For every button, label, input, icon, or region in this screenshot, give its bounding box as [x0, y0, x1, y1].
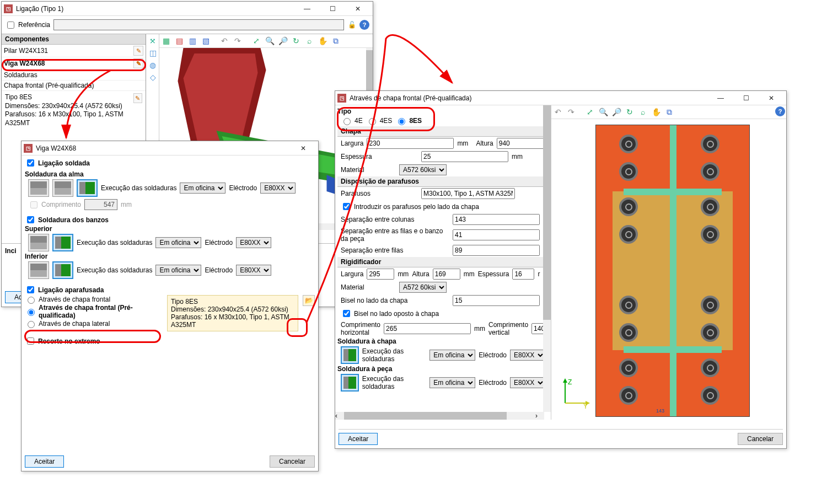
plate-2d-view[interactable]: {"rows":[28,78,142,192,320,370,434,484],… — [551, 119, 786, 417]
electrode-select-inf[interactable]: E80XX — [236, 265, 271, 276]
parafusos-input[interactable] — [421, 188, 515, 199]
wire-icon[interactable]: ◇ — [147, 72, 158, 83]
comprimento-checkbox[interactable]: Comprimento — [28, 200, 81, 210]
recorte-checkbox[interactable]: Recorte no extremo — [25, 336, 315, 346]
introduzir-checkbox[interactable]: Introduzir os parafusos pelo lado da cha… — [337, 200, 549, 213]
weld-option-3[interactable] — [77, 179, 98, 197]
cube-icon[interactable]: ◫ — [147, 47, 158, 58]
weld-sup-2[interactable] — [52, 234, 73, 251]
radio-4es[interactable]: 4ES — [366, 116, 393, 125]
radio-chapa-prequalif[interactable]: Através de chapa frontal (Pré-qualificad… — [25, 304, 163, 319]
component-pilar[interactable]: Pilar W24X131 ✎ — [2, 45, 146, 57]
zoom-out-icon[interactable]: 🔎 — [277, 35, 288, 46]
window-icon[interactable]: ⧉ — [664, 106, 675, 117]
elec-peca-select[interactable]: E80XX — [510, 377, 545, 388]
component-chapa[interactable]: Chapa frontal (Pré-qualificada) — [2, 81, 146, 91]
weld-inf-2[interactable] — [52, 261, 73, 279]
redo-icon[interactable]: ↷ — [232, 35, 243, 46]
weld-inf-1[interactable] — [28, 261, 49, 279]
sep-filas-input[interactable] — [453, 245, 540, 256]
radio-chapa-frontal[interactable]: Através de chapa frontal — [25, 295, 163, 304]
weld-option-2[interactable] — [52, 179, 73, 197]
pan-icon[interactable]: ✋ — [651, 106, 662, 117]
zoom-out-icon[interactable]: 🔎 — [611, 106, 622, 117]
pan-icon[interactable]: ✋ — [317, 35, 328, 46]
undo-icon[interactable]: ↶ — [219, 35, 230, 46]
elec-chapa-select[interactable]: E80XX — [510, 350, 545, 361]
orbit-icon[interactable]: ↻ — [291, 35, 302, 46]
exec-peca-select[interactable]: Em oficina — [429, 377, 475, 388]
undo-icon[interactable]: ↶ — [552, 106, 563, 117]
edit-icon[interactable]: ✎ — [133, 58, 143, 68]
exec-select-sup[interactable]: Em oficina — [155, 237, 201, 248]
maximize-button[interactable]: ☐ — [733, 91, 759, 105]
zoom-in-icon[interactable]: 🔍 — [598, 106, 609, 117]
help-icon[interactable]: ? — [359, 20, 369, 30]
tool-icon-1[interactable]: ▦ — [160, 35, 171, 46]
v-scrollbar[interactable] — [543, 105, 551, 412]
zoom-fit-icon[interactable]: ⤢ — [251, 35, 262, 46]
r-largura-input[interactable] — [367, 269, 394, 280]
r-esp-input[interactable] — [512, 269, 534, 280]
tool-icon-3[interactable]: ▥ — [187, 35, 198, 46]
maximize-button[interactable]: ☐ — [320, 2, 345, 16]
close-button[interactable]: ✕ — [759, 91, 784, 105]
redo-icon[interactable]: ↷ — [566, 106, 577, 117]
accept-button[interactable]: Aceitar — [25, 455, 64, 468]
zoom-region-icon[interactable]: ⌕ — [637, 106, 648, 117]
r-material-select[interactable]: A572 60ksi — [399, 282, 447, 293]
inferior-label: Inferior — [25, 253, 315, 260]
electrode-select[interactable]: E80XX — [260, 183, 296, 194]
radio-4e[interactable]: 4E — [341, 116, 363, 125]
r-altura-input[interactable] — [433, 269, 460, 280]
bolt — [701, 386, 719, 405]
radio-chapa-lateral[interactable]: Através de chapa lateral — [25, 319, 163, 328]
minimize-button[interactable]: — — [294, 2, 320, 16]
tool-icon-2[interactable]: ▤ — [174, 35, 185, 46]
open-prequalif-button[interactable]: 📂 — [303, 295, 315, 306]
orbit-icon[interactable]: ↻ — [624, 106, 635, 117]
cancel-button[interactable]: Cancelar — [270, 455, 315, 468]
electrode-select-sup[interactable]: E80XX — [236, 237, 271, 248]
zoom-fit-icon[interactable]: ⤢ — [584, 106, 595, 117]
weld-sup-1[interactable] — [28, 234, 49, 251]
zoom-in-icon[interactable]: 🔍 — [264, 35, 275, 46]
referencia-checkbox[interactable]: Referência — [5, 20, 50, 30]
sep-col-input[interactable] — [453, 214, 540, 225]
close-button[interactable]: ✕ — [345, 2, 370, 16]
accept-button[interactable]: Aceitar — [339, 433, 378, 445]
axis-indicator: Z Y — [557, 378, 590, 412]
referencia-input — [53, 19, 344, 30]
weld-option-1[interactable] — [28, 179, 49, 197]
bisel-oposto-checkbox[interactable]: Bisel no lado oposto à chapa — [337, 307, 549, 320]
material-select[interactable]: A572 60ksi — [399, 164, 447, 175]
shade-icon[interactable]: ◍ — [147, 60, 158, 71]
weld-peca-thumb[interactable] — [341, 374, 359, 392]
sep-fil-banzo-input[interactable] — [453, 229, 540, 240]
exec-select-inf[interactable]: Em oficina — [155, 265, 201, 276]
edit-icon[interactable]: ✎ — [133, 93, 142, 103]
exec-select[interactable]: Em oficina — [180, 183, 225, 194]
help-icon[interactable]: ? — [775, 106, 785, 116]
soldadura-banzos-checkbox[interactable]: Soldadura dos banzos — [25, 215, 315, 225]
minimize-button[interactable]: — — [708, 91, 733, 105]
ligacao-aparafusada-checkbox[interactable]: Ligação aparafusada — [25, 285, 315, 295]
h-scrollbar[interactable]: ‹› — [335, 412, 544, 420]
zoom-region-icon[interactable]: ⌕ — [304, 35, 315, 46]
close-button[interactable]: ✕ — [291, 141, 316, 156]
ligacao-soldada-checkbox[interactable]: Ligação soldada — [25, 158, 315, 168]
axes-icon[interactable]: ⤧ — [147, 35, 158, 46]
bisel-chapa-input[interactable] — [453, 295, 540, 306]
exec-chapa-select[interactable]: Em oficina — [429, 350, 475, 361]
espessura-input[interactable] — [421, 151, 508, 162]
tool-icon-4[interactable]: ▧ — [200, 35, 211, 46]
component-viga[interactable]: Viga W24X68 ✎ — [2, 57, 146, 70]
edit-icon[interactable]: ✎ — [133, 46, 143, 56]
cancel-button[interactable]: Cancelar — [738, 433, 783, 445]
comp-h-input[interactable] — [384, 323, 471, 334]
largura-input[interactable] — [367, 138, 454, 149]
component-soldaduras[interactable]: Soldaduras — [2, 70, 146, 81]
window-icon[interactable]: ⧉ — [330, 35, 341, 46]
radio-8es[interactable]: 8ES — [395, 116, 422, 125]
weld-chapa-thumb[interactable] — [341, 346, 359, 364]
